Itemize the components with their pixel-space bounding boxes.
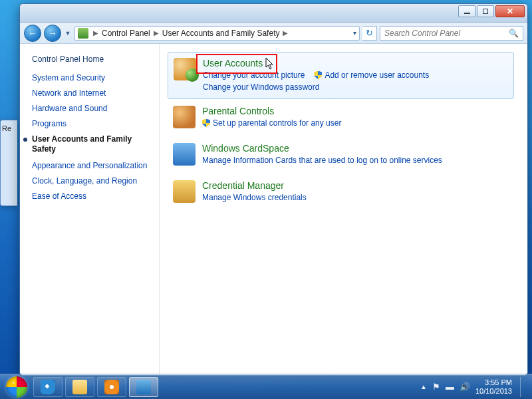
system-tray: ▲ ⚑ ▬ 🔊 3:55 PM 10/10/2013 [420,377,527,397]
category-windows-cardspace: Windows CardSpace Manage Information Car… [168,136,514,174]
window-body: Control Panel Home System and Security N… [20,44,527,375]
close-button[interactable]: ✕ [495,5,525,17]
link-label: Add or remove user accounts [325,70,429,80]
network-icon[interactable]: ▬ [446,382,454,392]
link-manage-windows-credentials[interactable]: Manage Windows credentials [202,193,307,202]
window-titlebar: ✕ [20,4,527,23]
category-title-user-accounts[interactable]: User Accounts [203,58,263,68]
close-icon: ✕ [507,7,513,16]
link-add-remove-user-accounts[interactable]: Add or remove user accounts [314,70,429,80]
link-change-account-picture[interactable]: Change your account picture [203,70,305,80]
breadcrumb[interactable]: ▶ Control Panel ▶ User Accounts and Fami… [74,26,360,41]
category-user-accounts: User Accounts Change your account pictur… [168,52,514,99]
sidebar-item-user-accounts-family-safety[interactable]: User Accounts and Family Safety [32,134,151,154]
refresh-icon: ↻ [366,28,373,38]
search-input[interactable]: Search Control Panel 🔍 [380,26,523,41]
sidebar-item-appearance-personalization[interactable]: Appearance and Personalization [32,161,151,170]
nav-history-dropdown[interactable]: ▼ [64,30,72,37]
breadcrumb-level-2[interactable]: User Accounts and Family Safety [162,29,280,38]
sidebar-home[interactable]: Control Panel Home [32,55,151,64]
link-manage-information-cards[interactable]: Manage Information Cards that are used t… [202,156,442,165]
sidebar: Control Panel Home System and Security N… [20,44,160,375]
nav-forward-button[interactable]: → [44,25,61,42]
link-change-windows-password[interactable]: Change your Windows password [203,82,319,92]
nav-back-button[interactable]: ← [24,25,41,42]
background-window-text: Re [2,124,11,132]
breadcrumb-sep-icon: ▶ [152,29,161,37]
sidebar-item-clock-language-region[interactable]: Clock, Language, and Region [32,176,151,186]
maximize-icon [483,9,488,14]
shield-icon [314,71,322,80]
sidebar-item-system-security[interactable]: System and Security [32,73,151,82]
tray-date: 10/10/2013 [475,387,512,396]
tray-show-hidden-icons[interactable]: ▲ [420,383,427,390]
internet-explorer-icon [41,380,55,394]
tray-clock[interactable]: 3:55 PM 10/10/2013 [475,378,512,395]
refresh-button[interactable]: ↻ [362,26,377,41]
link-label: Change your account picture [203,70,305,80]
control-panel-taskbar-icon [136,380,151,394]
windows-logo-icon [6,376,27,398]
category-title-credential-manager[interactable]: Credential Manager [202,180,284,191]
maximize-button[interactable] [477,5,494,17]
start-button[interactable] [3,376,31,398]
taskbar-item-media-player[interactable] [97,377,126,397]
link-label: Manage Information Cards that are used t… [202,156,442,165]
taskbar-item-ie[interactable] [33,377,63,397]
category-title-windows-cardspace[interactable]: Windows CardSpace [202,143,289,154]
link-setup-parental-controls[interactable]: Set up parental controls for any user [202,118,341,128]
control-panel-window: ✕ ← → ▼ ▶ Control Panel ▶ User Accounts … [19,3,528,376]
breadcrumb-sep-icon: ▶ [281,29,290,37]
media-player-icon [104,380,119,394]
volume-icon[interactable]: 🔊 [460,382,470,392]
flag-icon[interactable]: ⚑ [432,382,440,392]
cardspace-icon [173,143,196,166]
minimize-button[interactable] [458,5,475,17]
taskbar: ▲ ⚑ ▬ 🔊 3:55 PM 10/10/2013 [0,374,532,399]
sidebar-item-network-internet[interactable]: Network and Internet [32,88,151,98]
sidebar-item-hardware-sound[interactable]: Hardware and Sound [32,104,151,113]
link-label: Change your Windows password [203,82,319,92]
breadcrumb-dropdown[interactable]: ▾ [353,29,356,37]
user-accounts-icon [174,58,196,80]
search-icon: 🔍 [509,29,519,38]
shield-icon [202,119,210,128]
minimize-icon [464,13,470,14]
sidebar-item-programs[interactable]: Programs [32,119,151,128]
sidebar-item-ease-of-access[interactable]: Ease of Access [32,192,151,201]
breadcrumb-sep-icon: ▶ [91,29,100,37]
background-window-edge: Re [0,120,17,206]
tray-time: 3:55 PM [475,378,512,387]
search-placeholder: Search Control Panel [384,29,460,38]
control-panel-icon [78,28,88,39]
parental-controls-icon [173,106,196,128]
taskbar-item-control-panel[interactable] [129,377,158,397]
category-title-parental-controls[interactable]: Parental Controls [202,106,274,116]
show-desktop-button[interactable] [520,377,527,397]
address-bar: ← → ▼ ▶ Control Panel ▶ User Accounts an… [20,23,527,44]
taskbar-item-explorer[interactable] [65,377,94,397]
file-explorer-icon [72,380,87,394]
breadcrumb-level-1[interactable]: Control Panel [102,29,150,38]
arrow-left-icon: ← [28,28,37,39]
link-label: Set up parental controls for any user [213,118,341,128]
category-credential-manager: Credential Manager Manage Windows creden… [168,174,514,211]
arrow-right-icon: → [48,28,57,39]
link-label: Manage Windows credentials [202,193,307,202]
credential-manager-icon [173,180,196,203]
content-pane: User Accounts Change your account pictur… [160,44,527,375]
category-parental-controls: Parental Controls Set up parental contro… [168,99,514,136]
